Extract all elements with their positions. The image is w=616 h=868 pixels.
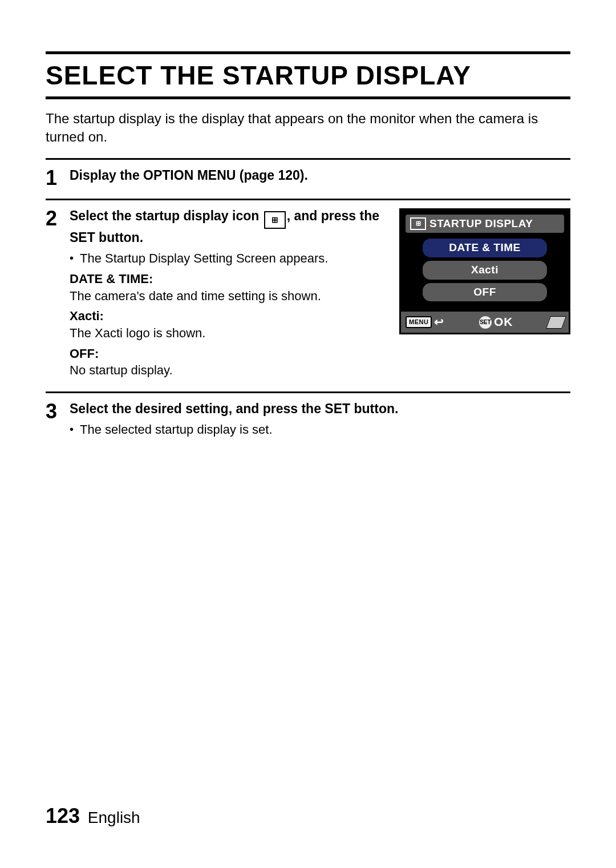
back-arrow-icon: ↩ — [434, 314, 444, 330]
bullet-text: The selected startup display is set. — [80, 421, 570, 438]
bullet-marker: • — [70, 250, 80, 267]
step-3: 3 Select the desired setting, and press … — [46, 400, 570, 438]
page-number: 123 — [46, 804, 80, 827]
lcd-title-text: STARTUP DISPLAY — [429, 216, 533, 231]
lcd-bottom-bar: MENU ↩ SET OK — [401, 310, 569, 332]
lcd-option-date-time: DATE & TIME — [423, 239, 547, 257]
step-divider — [46, 391, 570, 393]
lcd-ok-group: SET OK — [479, 314, 513, 330]
step-3-heading: Select the desired setting, and press th… — [70, 401, 398, 416]
step-divider — [46, 199, 570, 200]
step-1-heading: Display the OPTION MENU (page 120). — [70, 168, 308, 183]
lcd-mockup: ⊞ STARTUP DISPLAY DATE & TIME Xacti OFF … — [399, 208, 570, 334]
lcd-option-off: OFF — [423, 283, 547, 302]
step-3-bullet-1: • The selected startup display is set. — [70, 421, 570, 438]
term-off: OFF: — [70, 345, 388, 362]
startup-display-icon: ⊞ — [264, 211, 286, 229]
step-divider — [46, 158, 570, 160]
term-date-time: DATE & TIME: — [70, 271, 388, 288]
desc-date-time: The camera's date and time setting is sh… — [70, 288, 388, 305]
lcd-option-xacti: Xacti — [423, 261, 547, 280]
page-title: SELECT THE STARTUP DISPLAY — [46, 60, 570, 91]
title-rule-top — [46, 51, 570, 54]
title-rule-bottom — [46, 96, 570, 99]
startup-display-icon: ⊞ — [410, 217, 426, 230]
lcd-body: ⊞ STARTUP DISPLAY DATE & TIME Xacti OFF — [401, 210, 569, 311]
step-number: 3 — [46, 400, 70, 422]
intro-paragraph: The startup display is the display that … — [46, 110, 570, 147]
desc-off: No startup display. — [70, 362, 388, 379]
chevron-right-icon — [546, 316, 566, 329]
step-number: 1 — [46, 167, 70, 188]
term-xacti: Xacti: — [70, 308, 388, 325]
step-1: 1 Display the OPTION MENU (page 120). — [46, 167, 570, 188]
ok-label: OK — [494, 314, 513, 330]
lcd-title-bar: ⊞ STARTUP DISPLAY — [406, 215, 564, 233]
step-2-heading-a: Select the startup display icon — [70, 208, 263, 223]
step-2-bullet-1: • The Startup Display Setting Screen app… — [70, 250, 388, 267]
step-2: 2 Select the startup display icon ⊞, and… — [46, 207, 570, 381]
page-language: English — [88, 809, 140, 826]
desc-xacti: The Xacti logo is shown. — [70, 325, 388, 342]
set-chip: SET — [479, 316, 492, 329]
bullet-marker: • — [70, 421, 80, 438]
step-number: 2 — [46, 207, 70, 229]
menu-chip: MENU — [406, 316, 432, 328]
lcd-menu-group: MENU ↩ — [406, 314, 444, 330]
bullet-text: The Startup Display Setting Screen appea… — [80, 250, 388, 267]
page-footer: 123 English — [46, 804, 140, 828]
